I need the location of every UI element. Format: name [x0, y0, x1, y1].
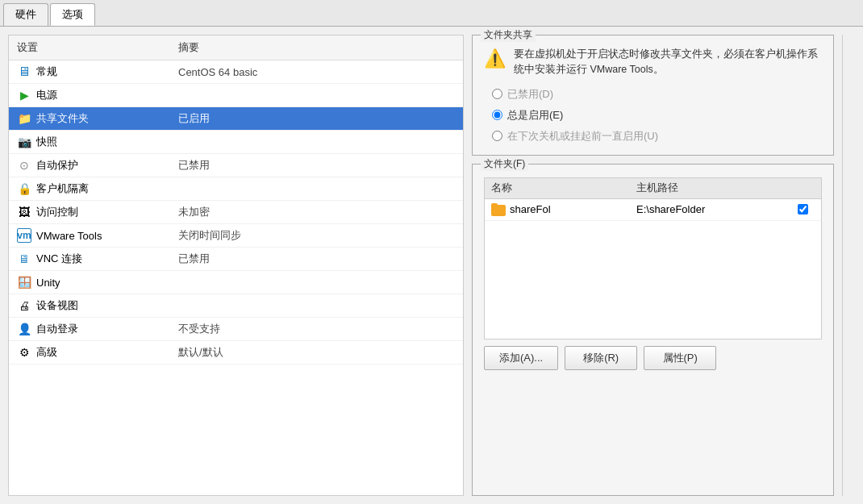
folder-icon: [491, 203, 506, 216]
item-label-advanced: 高级: [36, 345, 57, 360]
item-label-autologin: 自动登录: [36, 322, 78, 336]
folder-checkbox-cell[interactable]: [790, 204, 815, 215]
remove-button[interactable]: 移除(R): [565, 346, 637, 370]
radio-until-shutdown[interactable]: 在下次关机或挂起前一直启用(U): [492, 129, 822, 144]
settings-item-access[interactable]: 🖼 访问控制 未加密: [9, 201, 463, 224]
item-label-shared: 共享文件夹: [36, 111, 89, 126]
warning-icon: ⚠️: [484, 48, 506, 69]
item-value-shared: 已启用: [178, 111, 455, 126]
snapshot-icon: 📷: [17, 135, 31, 149]
properties-button[interactable]: 属性(P): [644, 346, 716, 370]
header-col1: 设置: [17, 40, 178, 55]
share-section-title: 文件夹共享: [481, 28, 536, 42]
header-host-path: 主机路径: [636, 181, 790, 195]
settings-item-vnc[interactable]: 🖥 VNC 连接 已禁用: [9, 248, 463, 271]
radio-always-label: 总是启用(E): [507, 108, 563, 123]
vmwaretools-icon: vm: [17, 228, 31, 243]
folder-section-title: 文件夹(F): [481, 157, 528, 171]
header-checkbox: [790, 181, 815, 195]
item-label-unity: Unity: [36, 277, 60, 289]
settings-item-snapshot[interactable]: 📷 快照: [9, 131, 463, 154]
folder-checkbox[interactable]: [798, 204, 808, 215]
panel-header: 设置 摘要: [9, 35, 463, 60]
folder-host-path: E:\shareFolder: [636, 203, 790, 215]
item-value-vmwaretools: 关闭时间同步: [178, 228, 455, 243]
settings-item-shared-folders[interactable]: 📁 共享文件夹 已启用: [9, 107, 463, 131]
settings-item-autologin[interactable]: 👤 自动登录 不受支持: [9, 318, 463, 341]
radio-disabled-label: 已禁用(D): [507, 87, 553, 102]
item-label-general: 常规: [36, 65, 57, 79]
share-section: 文件夹共享 ⚠️ 要在虚拟机处于开启状态时修改共享文件夹，必须在客户机操作系统中…: [472, 35, 834, 156]
shared-icon: 📁: [17, 111, 31, 126]
settings-item-unity[interactable]: 🪟 Unity: [9, 271, 463, 294]
warning-box: ⚠️ 要在虚拟机处于开启状态时修改共享文件夹，必须在客户机操作系统中安装并运行 …: [484, 47, 822, 77]
radio-always-input[interactable]: [492, 110, 502, 120]
settings-item-vmwaretools[interactable]: vm VMware Tools 关闭时间同步: [9, 224, 463, 248]
radio-disabled[interactable]: 已禁用(D): [492, 87, 822, 102]
item-label-access: 访问控制: [36, 205, 78, 219]
item-value-autologin: 不受支持: [178, 322, 455, 336]
item-value-vnc: 已禁用: [178, 252, 455, 266]
advanced-icon: ⚙: [17, 345, 31, 360]
button-bar: 添加(A)... 移除(R) 属性(P): [484, 346, 822, 370]
item-value-access: 未加密: [178, 205, 455, 219]
tab-hardware[interactable]: 硬件: [3, 3, 48, 26]
left-panel: 设置 摘要 🖥 常规 CentOS 64 basic ▶ 电源: [8, 35, 464, 496]
settings-item-general[interactable]: 🖥 常规 CentOS 64 basic: [9, 60, 463, 84]
unity-icon: 🪟: [17, 275, 31, 289]
radio-group: 已禁用(D) 总是启用(E) 在下次关机或挂起前一直启用(U): [484, 87, 822, 144]
radio-until-shutdown-input[interactable]: [492, 131, 502, 141]
main-content: 设置 摘要 🖥 常规 CentOS 64 basic ▶ 电源: [0, 27, 863, 504]
settings-item-isolation[interactable]: 🔒 客户机隔离: [9, 177, 463, 201]
header-name: 名称: [491, 181, 636, 195]
monitor-icon: 🖥: [17, 65, 31, 79]
access-icon: 🖼: [17, 205, 31, 219]
item-label-vmwaretools: VMware Tools: [36, 230, 102, 242]
item-label-vnc: VNC 连接: [36, 252, 82, 266]
autologin-icon: 👤: [17, 322, 31, 336]
radio-until-shutdown-label: 在下次关机或挂起前一直启用(U): [507, 129, 658, 144]
settings-list: 🖥 常规 CentOS 64 basic ▶ 电源 📁: [9, 60, 463, 495]
tab-options[interactable]: 选项: [50, 3, 95, 26]
tab-bar: 硬件 选项: [0, 0, 863, 27]
item-label-isolation: 客户机隔离: [36, 181, 89, 196]
folder-table-header: 名称 主机路径: [484, 177, 822, 198]
folder-name-text: shareFol: [510, 203, 551, 215]
item-label-devices: 设备视图: [36, 298, 78, 313]
item-label-power: 电源: [36, 88, 57, 102]
autoprotect-icon: ⊙: [17, 158, 31, 173]
folder-table-body: shareFol E:\shareFolder: [484, 198, 822, 339]
item-value-advanced: 默认/默认: [178, 345, 455, 360]
vnc-icon: 🖥: [17, 252, 31, 266]
folder-section: 文件夹(F) 名称 主机路径 shareFol E:\shar: [472, 164, 834, 497]
settings-item-power[interactable]: ▶ 电源: [9, 84, 463, 107]
item-value-general: CentOS 64 basic: [178, 66, 455, 78]
devices-icon: 🖨: [17, 298, 31, 313]
add-button[interactable]: 添加(A)...: [484, 346, 558, 370]
item-value-autoprotect: 已禁用: [178, 158, 455, 173]
right-panel: 文件夹共享 ⚠️ 要在虚拟机处于开启状态时修改共享文件夹，必须在客户机操作系统中…: [472, 35, 834, 496]
item-label-autoprotect: 自动保护: [36, 158, 78, 173]
header-col2: 摘要: [178, 40, 455, 55]
folder-row[interactable]: shareFol E:\shareFolder: [485, 199, 821, 221]
radio-disabled-input[interactable]: [492, 89, 502, 99]
warning-text: 要在虚拟机处于开启状态时修改共享文件夹，必须在客户机操作系统中安装并运行 VMw…: [514, 47, 822, 77]
folder-name-cell: shareFol: [491, 203, 636, 216]
power-icon: ▶: [17, 88, 31, 102]
settings-item-devices[interactable]: 🖨 设备视图: [9, 294, 463, 318]
settings-item-autoprotect[interactable]: ⊙ 自动保护 已禁用: [9, 154, 463, 177]
isolation-icon: 🔒: [17, 181, 31, 196]
right-scrollbar: [842, 35, 855, 496]
item-label-snapshot: 快照: [36, 135, 57, 149]
settings-item-advanced[interactable]: ⚙ 高级 默认/默认: [9, 341, 463, 364]
radio-always[interactable]: 总是启用(E): [492, 108, 822, 123]
